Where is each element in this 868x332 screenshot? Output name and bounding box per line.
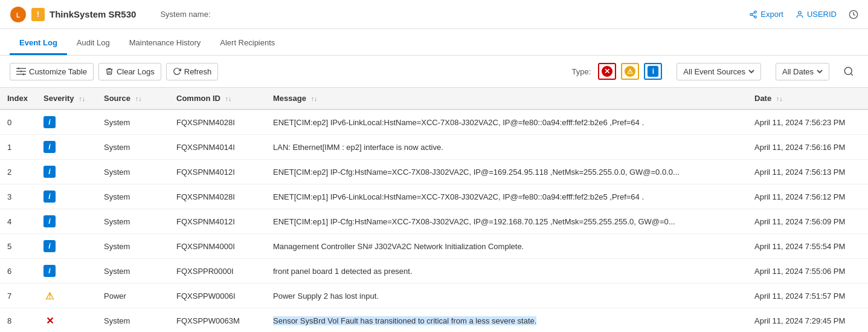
cell-index: 8 (0, 308, 36, 333)
severity-badge: ⚠ (43, 290, 56, 302)
cell-source: System (97, 209, 169, 234)
cell-date: April 11, 2024 7:56:23 PM (747, 109, 868, 135)
system-name-label: System name: (160, 10, 210, 19)
type-filter-warning[interactable]: ⚠ (621, 63, 639, 80)
tab-maintenance-history[interactable]: Maintenance History (120, 32, 211, 55)
lenovo-logo-icon: L (10, 6, 27, 23)
type-filter-info[interactable]: i (644, 63, 662, 80)
cell-source: System (97, 184, 169, 209)
table-row: 3iSystemFQXSPNM4028IENET[CIM:ep1] IPv6-L… (0, 184, 868, 209)
column-header-index[interactable]: Index (0, 88, 36, 109)
column-header-date[interactable]: Date ↑↓ (747, 88, 868, 109)
header-bar: L ! ThinkSystem SR530 System name: Expor… (0, 0, 868, 29)
cell-common-id: FQXSPPR0000I (169, 259, 266, 284)
svg-point-2 (754, 11, 757, 13)
cell-severity: i (36, 209, 97, 234)
tab-alert-recipients[interactable]: Alert Recipients (210, 32, 285, 55)
table-row: 1iSystemFQXSPNM4014ILAN: Ethernet[IMM : … (0, 135, 868, 160)
cell-index: 0 (0, 109, 36, 135)
cell-common-id: FQXSPNM4000I (169, 234, 266, 259)
userid-button[interactable]: USERID (796, 10, 837, 19)
customize-table-button[interactable]: Customize Table (10, 63, 94, 80)
cell-date: April 11, 2024 7:29:45 PM (747, 308, 868, 333)
header-actions: Export USERID (749, 10, 858, 19)
cell-date: April 11, 2024 7:51:57 PM (747, 284, 868, 308)
sort-icon-common-id: ↑↓ (225, 95, 232, 102)
cell-severity: i (36, 160, 97, 184)
cell-index: 7 (0, 284, 36, 308)
column-header-message[interactable]: Message ↑↓ (266, 88, 747, 109)
clear-logs-button[interactable]: Clear Logs (98, 63, 161, 80)
table-row: 6iSystemFQXSPPR0000Ifront panel board 1 … (0, 259, 868, 284)
cell-index: 3 (0, 184, 36, 209)
all-dates-dropdown[interactable]: All Dates (776, 63, 829, 80)
highlighted-message: Sensor SysBrd Vol Fault has transitioned… (273, 316, 536, 325)
export-label: Export (760, 10, 783, 19)
severity-badge: i (43, 166, 56, 178)
cell-index: 6 (0, 259, 36, 284)
svg-line-6 (752, 12, 754, 13)
cell-severity: i (36, 234, 97, 259)
cell-message: ENET[CIM:ep1] IP-Cfg:HstName=XCC-7X08-J3… (266, 209, 747, 234)
svg-text:L: L (16, 12, 20, 19)
svg-line-16 (850, 73, 852, 75)
clock-button[interactable] (849, 10, 858, 19)
export-button[interactable]: Export (749, 10, 783, 19)
system-title: ThinkSystem SR530 (50, 9, 136, 19)
severity-badge: i (43, 190, 56, 203)
type-filter-error[interactable]: ✕ (598, 63, 616, 80)
refresh-icon (173, 67, 181, 76)
svg-point-15 (844, 67, 852, 74)
cell-common-id: FQXSPNM4014I (169, 135, 266, 160)
severity-badge: i (43, 240, 56, 252)
search-button[interactable] (839, 62, 858, 81)
cell-severity: ✕ (36, 308, 97, 333)
tab-audit-log[interactable]: Audit Log (67, 32, 120, 55)
cell-message: LAN: Ethernet[IMM : ep2] interface is no… (266, 135, 747, 160)
svg-point-7 (799, 11, 802, 14)
cell-message: ENET[CIM:ep2] IP-Cfg:HstName=XCC-7X08-J3… (266, 160, 747, 184)
toolbar: Customize Table Clear Logs Refresh Type:… (0, 56, 868, 88)
column-header-severity[interactable]: Severity ↑↓ (36, 88, 97, 109)
cell-message: ENET[CIM:ep1] IPv6-LinkLocal:HstName=XCC… (266, 184, 747, 209)
cell-date: April 11, 2024 7:56:12 PM (747, 184, 868, 209)
cell-message: front panel board 1 detected as present. (266, 259, 747, 284)
cell-source: System (97, 259, 169, 284)
sort-icon-source: ↑↓ (135, 95, 142, 102)
cell-source: Power (97, 284, 169, 308)
cell-message: Power Supply 2 has lost input. (266, 284, 747, 308)
table-row: 2iSystemFQXSPNM4012IENET[CIM:ep2] IP-Cfg… (0, 160, 868, 184)
cell-index: 2 (0, 160, 36, 184)
trash-icon (105, 67, 114, 76)
cell-common-id: FQXSPNM4012I (169, 160, 266, 184)
cell-severity: i (36, 259, 97, 284)
column-header-source[interactable]: Source ↑↓ (97, 88, 169, 109)
svg-point-4 (754, 16, 757, 18)
cell-severity: i (36, 135, 97, 160)
all-event-sources-dropdown[interactable]: All Event Sources (677, 63, 761, 80)
table-row: 0iSystemFQXSPNM4028IENET[CIM:ep2] IPv6-L… (0, 109, 868, 135)
column-header-common-id[interactable]: Common ID ↑↓ (169, 88, 266, 109)
cell-date: April 11, 2024 7:55:06 PM (747, 259, 868, 284)
cell-common-id: FQXSPNM4028I (169, 184, 266, 209)
refresh-button[interactable]: Refresh (166, 63, 219, 80)
severity-badge: ✕ (43, 314, 56, 327)
cell-date: April 11, 2024 7:55:54 PM (747, 234, 868, 259)
table-header-row: Index Severity ↑↓ Source ↑↓ Common ID ↑↓… (0, 88, 868, 109)
tab-event-log[interactable]: Event Log (10, 32, 67, 55)
event-log-table: Index Severity ↑↓ Source ↑↓ Common ID ↑↓… (0, 88, 868, 332)
userid-label: USERID (807, 10, 837, 19)
severity-badge: i (43, 141, 56, 153)
cell-index: 5 (0, 234, 36, 259)
sort-icon-severity: ↑↓ (79, 95, 85, 102)
tabs-bar: Event Log Audit Log Maintenance History … (0, 29, 868, 56)
cell-date: April 11, 2024 7:56:16 PM (747, 135, 868, 160)
sort-icon-date: ↑↓ (776, 95, 783, 102)
cell-severity: i (36, 184, 97, 209)
cell-message: Management Controller SN# J302VA2C Netwo… (266, 234, 747, 259)
svg-point-3 (750, 13, 753, 16)
cell-message: ENET[CIM:ep2] IPv6-LinkLocal:HstName=XCC… (266, 109, 747, 135)
type-label: Type: (572, 67, 591, 76)
sort-icon-message: ↑↓ (311, 95, 318, 102)
cell-severity: i (36, 109, 97, 135)
